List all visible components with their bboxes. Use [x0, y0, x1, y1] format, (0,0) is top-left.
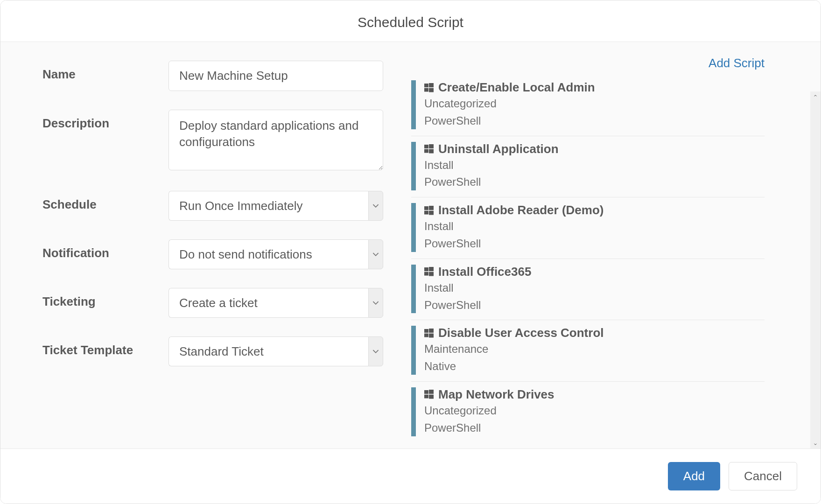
row-notification: Notification Do not send notifications	[42, 239, 383, 269]
label-name: Name	[42, 61, 168, 82]
svg-rect-9	[429, 206, 434, 210]
windows-icon	[424, 329, 434, 338]
description-input[interactable]	[168, 110, 383, 170]
add-button[interactable]: Add	[668, 462, 720, 490]
accent-bar	[411, 326, 416, 375]
windows-icon	[424, 83, 434, 92]
ticket-template-select[interactable]: Standard Ticket	[168, 336, 383, 366]
accent-bar	[411, 203, 416, 252]
script-lang: PowerShell	[424, 420, 765, 436]
label-ticketing: Ticketing	[42, 288, 168, 309]
script-list: Create/Enable Local Admin Uncategorized …	[411, 75, 765, 443]
script-category: Install	[424, 218, 765, 235]
windows-icon	[424, 144, 434, 154]
accent-bar	[411, 80, 416, 129]
script-item[interactable]: Create/Enable Local Admin Uncategorized …	[411, 75, 765, 136]
schedule-value: Run Once Immediately	[168, 191, 368, 221]
script-lang: PowerShell	[424, 297, 765, 314]
label-description: Description	[42, 110, 168, 131]
script-category: Uncategorized	[424, 403, 765, 419]
svg-rect-14	[424, 272, 428, 276]
label-notification: Notification	[42, 239, 168, 260]
modal-body: Name Description Schedule Run Once Immed…	[0, 42, 821, 448]
svg-rect-18	[424, 333, 428, 337]
row-description: Description	[42, 110, 383, 172]
windows-icon	[424, 206, 434, 215]
svg-rect-21	[429, 390, 434, 394]
ticketing-value: Create a ticket	[168, 288, 368, 318]
script-title: Uninstall Application	[438, 142, 559, 156]
svg-rect-22	[424, 395, 428, 399]
script-lang: PowerShell	[424, 174, 765, 190]
svg-rect-3	[429, 88, 434, 92]
svg-rect-1	[429, 83, 434, 87]
scheduled-script-modal: Scheduled Script Name Description Schedu…	[0, 0, 821, 504]
svg-rect-4	[424, 145, 428, 148]
script-item[interactable]: Disable User Access Control Maintenance …	[411, 320, 765, 382]
svg-rect-8	[424, 206, 428, 210]
accent-bar	[411, 387, 416, 436]
script-title: Install Office365	[438, 265, 531, 279]
svg-rect-7	[429, 149, 434, 154]
svg-rect-12	[424, 267, 428, 271]
scroll-down-icon[interactable]	[812, 441, 819, 448]
svg-rect-23	[429, 395, 434, 399]
svg-rect-20	[424, 390, 428, 394]
chevron-down-icon[interactable]	[368, 191, 383, 221]
script-title: Install Adobe Reader (Demo)	[438, 203, 603, 217]
svg-rect-11	[429, 210, 434, 215]
svg-rect-16	[424, 329, 428, 333]
script-item[interactable]: Install Adobe Reader (Demo) Install Powe…	[411, 197, 765, 259]
script-category: Install	[424, 280, 765, 296]
script-lang: Native	[424, 358, 765, 375]
scroll-up-icon[interactable]	[812, 92, 819, 99]
svg-rect-19	[429, 333, 434, 337]
svg-rect-6	[424, 149, 428, 153]
modal-footer: Add Cancel	[0, 448, 821, 504]
script-category: Install	[424, 157, 765, 174]
svg-rect-5	[429, 144, 434, 148]
script-category: Maintenance	[424, 341, 765, 357]
ticket-template-value: Standard Ticket	[168, 336, 368, 366]
cancel-button[interactable]: Cancel	[729, 462, 797, 490]
add-script-link[interactable]: Add Script	[709, 56, 765, 70]
scripts-column: Add Script Create/Enable Local Admin Unc…	[402, 42, 821, 448]
script-title: Create/Enable Local Admin	[438, 80, 595, 95]
svg-rect-2	[424, 88, 428, 91]
windows-icon	[424, 267, 434, 276]
script-title: Disable User Access Control	[438, 326, 604, 340]
script-item[interactable]: Uninstall Application Install PowerShell	[411, 136, 765, 198]
svg-rect-10	[424, 210, 428, 214]
svg-rect-15	[429, 272, 434, 276]
name-input[interactable]	[168, 61, 383, 91]
schedule-select[interactable]: Run Once Immediately	[168, 191, 383, 221]
notification-select[interactable]: Do not send notifications	[168, 239, 383, 269]
accent-bar	[411, 142, 416, 191]
label-schedule: Schedule	[42, 191, 168, 212]
script-title: Map Network Drives	[438, 387, 554, 402]
accent-bar	[411, 265, 416, 314]
row-schedule: Schedule Run Once Immediately	[42, 191, 383, 221]
ticketing-select[interactable]: Create a ticket	[168, 288, 383, 318]
chevron-down-icon[interactable]	[368, 239, 383, 269]
windows-icon	[424, 390, 434, 399]
svg-rect-13	[429, 267, 434, 271]
script-item[interactable]: Install Office365 Install PowerShell	[411, 259, 765, 321]
modal-title: Scheduled Script	[0, 0, 821, 42]
script-item[interactable]: Map Network Drives Uncategorized PowerSh…	[411, 382, 765, 443]
row-name: Name	[42, 61, 383, 91]
script-lang: PowerShell	[424, 236, 765, 252]
chevron-down-icon[interactable]	[368, 288, 383, 318]
chevron-down-icon[interactable]	[368, 336, 383, 366]
svg-rect-0	[424, 84, 428, 87]
script-lang: PowerShell	[424, 113, 765, 129]
script-category: Uncategorized	[424, 96, 765, 112]
row-ticketing: Ticketing Create a ticket	[42, 288, 383, 318]
vertical-scrollbar[interactable]	[810, 91, 821, 448]
notification-value: Do not send notifications	[168, 239, 368, 269]
svg-rect-17	[429, 329, 434, 333]
label-ticket-template: Ticket Template	[42, 336, 168, 357]
row-ticket-template: Ticket Template Standard Ticket	[42, 336, 383, 366]
form-column: Name Description Schedule Run Once Immed…	[0, 42, 402, 448]
